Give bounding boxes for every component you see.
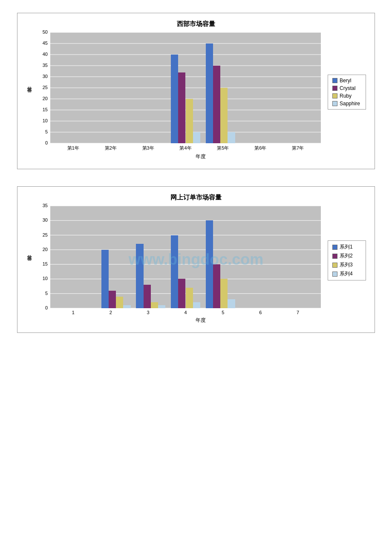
legend-label: 系列3: [340, 261, 353, 269]
x-axis-label: 6: [242, 310, 279, 315]
chart2-title: 网上订单市场容量: [26, 194, 366, 202]
x-axis-label: 5: [204, 310, 242, 315]
bar: [228, 132, 235, 143]
legend-label: Crystal: [340, 85, 355, 91]
legend-color-box: [332, 263, 337, 268]
x-axis-label: 第6年: [242, 145, 279, 151]
legend-item: 系列1: [332, 243, 361, 251]
bar: [178, 279, 185, 308]
chart2-y-label: 容量: [26, 206, 33, 324]
bar: [220, 88, 228, 143]
x-axis-label: 1: [55, 310, 92, 315]
x-axis-label: 第2年: [92, 145, 130, 151]
bar: [151, 302, 158, 308]
x-axis-label: 4: [167, 310, 205, 315]
bar: [101, 250, 109, 308]
legend-color-box: [332, 245, 337, 250]
bar: [228, 299, 235, 308]
legend-item: 系列3: [332, 261, 361, 269]
legend-item: Ruby: [332, 93, 361, 99]
chart1-legend: BerylCrystalRubySapphire: [328, 75, 366, 110]
legend-color-box: [332, 86, 337, 91]
x-axis-label: 第7年: [279, 145, 317, 151]
bar: [158, 305, 165, 308]
x-axis-label: 2: [92, 310, 130, 315]
bar: [171, 55, 178, 143]
legend-color-box: [332, 93, 337, 98]
chart2-container: www.bingdoc.com 网上订单市场容量 容量 051015202530…: [17, 186, 375, 333]
chart1-x-title: 年度: [35, 153, 366, 160]
legend-label: 系列4: [340, 270, 353, 278]
legend-color-box: [332, 254, 337, 259]
bar: [123, 305, 130, 308]
x-axis-label: 3: [130, 310, 167, 315]
bar: [206, 43, 213, 143]
chart2-legend: 系列1系列2系列3系列4: [328, 240, 366, 280]
legend-label: Beryl: [340, 78, 351, 84]
bar: [193, 132, 200, 143]
legend-color-box: [332, 78, 337, 83]
legend-item: Sapphire: [332, 101, 361, 107]
legend-label: 系列2: [340, 252, 353, 260]
legend-label: Ruby: [340, 93, 352, 99]
bar: [213, 66, 220, 143]
bar: [186, 288, 193, 308]
x-axis-label: 第3年: [130, 145, 167, 151]
chart1-title: 西部市场容量: [26, 20, 366, 28]
bar: [193, 302, 200, 308]
bar: [144, 285, 151, 308]
bar: [171, 235, 178, 308]
x-axis-label: 第5年: [204, 145, 242, 151]
legend-item: 系列4: [332, 270, 361, 278]
chart1-y-label: 容量: [26, 32, 33, 160]
bar: [109, 291, 116, 308]
x-axis-label: 第4年: [167, 145, 205, 151]
legend-item: 系列2: [332, 252, 361, 260]
chart1-container: 西部市场容量 容量 05101520253035404550 第1年第2年第3年…: [17, 13, 375, 169]
bar: [206, 220, 213, 308]
bar: [116, 297, 123, 308]
legend-color-box: [332, 101, 337, 106]
bar: [186, 99, 193, 143]
bar: [178, 72, 185, 143]
x-axis-label: 第1年: [55, 145, 92, 151]
legend-color-box: [332, 272, 337, 277]
legend-item: Beryl: [332, 78, 361, 84]
legend-item: Crystal: [332, 85, 361, 91]
legend-label: Sapphire: [340, 101, 360, 107]
bar: [213, 264, 220, 308]
bar: [220, 279, 228, 308]
chart2-x-title: 年度: [35, 317, 366, 324]
legend-label: 系列1: [340, 243, 353, 251]
x-axis-label: 7: [279, 310, 317, 315]
bar: [136, 244, 143, 308]
